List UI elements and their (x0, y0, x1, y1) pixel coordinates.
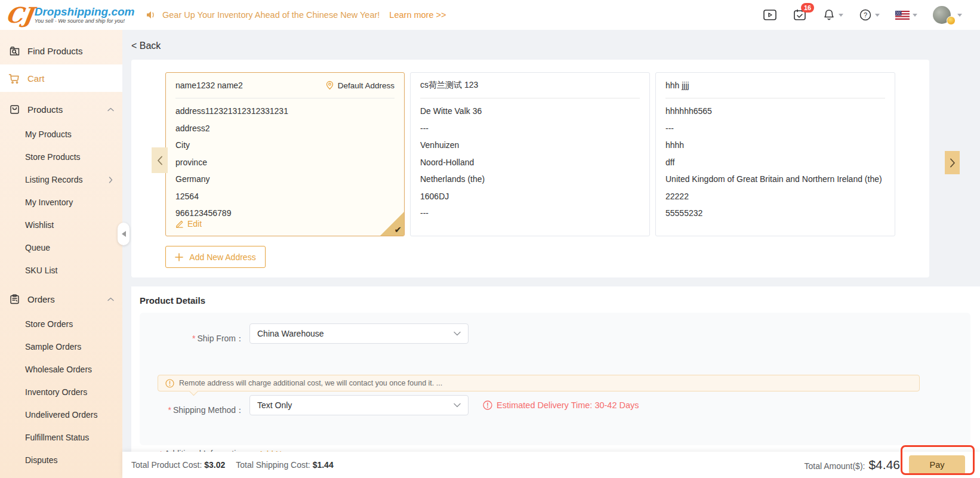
remote-address-warning: Remote address will charge additional co… (158, 375, 920, 391)
sidebar-item-inventory-orders[interactable]: Inventory Orders (0, 381, 122, 403)
sidebar-collapse-handle[interactable] (118, 223, 130, 245)
avatar (933, 6, 951, 24)
notifications-bell-button[interactable] (822, 8, 843, 21)
estimated-delivery-text: Estimated Delivery Time: 30-42 Days (497, 400, 639, 410)
sidebar-group-orders[interactable]: Orders (0, 285, 122, 313)
sidebar-group-label: Orders (27, 294, 55, 304)
default-address-badge: Default Address (325, 81, 395, 91)
top-header: CJ Dropshipping.com You sell - We source… (0, 0, 980, 30)
carousel-next-button[interactable] (945, 151, 960, 174)
cart-icon (8, 72, 20, 84)
sidebar-item-cart[interactable]: Cart (0, 64, 122, 92)
required-mark: * (192, 334, 195, 343)
required-mark: * (168, 405, 171, 415)
alert-icon (483, 400, 492, 410)
back-link[interactable]: < Back (131, 41, 161, 51)
address-line: 966123456789 (175, 208, 395, 218)
sidebar-item-undelivered-orders[interactable]: Undelivered Orders (0, 403, 122, 426)
address-card-default[interactable]: name1232 name2 Default Address address11… (165, 72, 405, 236)
address-line: United Kingdom of Great Britain and Nort… (665, 174, 885, 184)
location-pin-icon (325, 81, 334, 91)
address-line: --- (420, 208, 640, 218)
sidebar-item-sample-orders[interactable]: Sample Orders (0, 335, 122, 358)
orders-clipboard-icon (8, 293, 20, 305)
shipping-method-value: Text Only (257, 400, 292, 410)
sidebar-group-label: Products (27, 104, 63, 115)
chevron-up-icon (107, 107, 114, 112)
sidebar-nav: Find Products Cart Products My Products … (0, 30, 122, 478)
sidebar-item-my-products[interactable]: My Products (0, 123, 122, 146)
address-card[interactable]: cs荷兰测试 123 De Witte Valk 36 --- Venhuize… (410, 72, 650, 236)
sidebar-item-store-products[interactable]: Store Products (0, 146, 122, 168)
help-button[interactable]: ? (859, 8, 880, 21)
product-details-title: Product Details (140, 295, 205, 306)
check-icon: ✔ (394, 224, 402, 235)
brand-logo[interactable]: CJ Dropshipping.com You sell - We source… (0, 4, 127, 26)
address-line: Venhuizen (420, 140, 640, 150)
sidebar-item-my-inventory[interactable]: My Inventory (0, 191, 122, 214)
edit-address-button[interactable]: Edit (175, 219, 202, 229)
chevron-right-icon (109, 177, 113, 183)
tasks-button[interactable]: 16 (793, 8, 807, 21)
speaker-icon (146, 10, 156, 20)
sidebar-item-label: Undelivered Orders (25, 410, 97, 420)
logo-tagline: You sell - We source and ship for you! (35, 18, 135, 24)
estimated-delivery-note: Estimated Delivery Time: 30-42 Days (483, 395, 639, 415)
carousel-prev-button[interactable] (152, 147, 168, 173)
sidebar-item-label: Listing Records (25, 175, 83, 184)
shipping-method-select[interactable]: Text Only (249, 395, 469, 415)
chevron-down-icon (454, 331, 461, 336)
address-card[interactable]: hhh jjjj hhhhhh6565 --- hhhh dff United … (655, 72, 895, 236)
total-product-cost-value: $3.02 (204, 460, 225, 470)
product-details-panel: Product Details *Ship From： China Wareho… (131, 286, 980, 452)
find-products-icon (8, 45, 20, 57)
total-product-cost-label: Total Product Cost: (131, 460, 202, 470)
warning-text: Remote address will charge additional co… (179, 379, 442, 387)
video-tutorial-button[interactable] (763, 8, 777, 21)
sidebar-item-label: My Products (25, 129, 72, 139)
sidebar-item-store-orders[interactable]: Store Orders (0, 313, 122, 335)
tasks-badge: 16 (801, 3, 814, 13)
pay-button[interactable]: Pay (909, 455, 965, 474)
total-amount-label: Total Amount($): (805, 461, 865, 471)
sidebar-item-fulfillment-status[interactable]: Fulfillment Status (0, 426, 122, 449)
us-flag-icon (895, 11, 910, 20)
sidebar-item-listing-records[interactable]: Listing Records (0, 168, 122, 191)
chevron-down-icon (957, 14, 962, 17)
chevron-up-icon (107, 297, 114, 301)
address-line: De Witte Valk 36 (420, 106, 640, 116)
address-line: Germany (175, 174, 395, 184)
chevron-left-icon (157, 156, 163, 165)
sidebar-item-wishlist[interactable]: Wishlist (0, 214, 122, 236)
sidebar-item-sku-list[interactable]: SKU List (0, 259, 122, 282)
total-shipping-cost-value: $1.44 (313, 460, 334, 470)
chevron-down-icon (454, 403, 461, 408)
sidebar-item-queue[interactable]: Queue (0, 236, 122, 259)
address-line: City (175, 140, 395, 150)
add-new-address-label: Add New Address (189, 252, 255, 262)
pencil-icon (175, 220, 184, 228)
add-new-address-button[interactable]: Add New Address (165, 246, 266, 268)
language-selector[interactable] (895, 11, 917, 20)
sidebar-item-label: Disputes (25, 455, 57, 465)
sidebar-item-disputes[interactable]: Disputes (0, 449, 122, 471)
sidebar-item-label: Wholesale Orders (25, 365, 92, 374)
address-panel: name1232 name2 Default Address address11… (131, 60, 929, 277)
sidebar-item-label: Store Products (25, 152, 81, 162)
sidebar-item-wholesale-orders[interactable]: Wholesale Orders (0, 358, 122, 381)
announcement-text: Gear Up Your Inventory Ahead of the Chin… (162, 10, 380, 20)
membership-badge-icon (947, 16, 956, 25)
plus-icon (175, 253, 183, 261)
address-line: hhhh (665, 140, 885, 150)
ship-from-select[interactable]: China Warehouse (249, 323, 469, 344)
sidebar-item-find-products[interactable]: Find Products (0, 37, 122, 64)
account-menu[interactable] (933, 6, 962, 24)
address-line: 22222 (665, 192, 885, 201)
sidebar-item-label: Find Products (27, 46, 83, 56)
chevron-right-icon (950, 158, 956, 168)
announcement-learn-more-link[interactable]: Learn more >> (389, 10, 446, 20)
sidebar-group-products[interactable]: Products (0, 95, 122, 123)
address-line: address2 (175, 124, 395, 133)
address-line: Netherlands (the) (420, 174, 640, 184)
total-shipping-cost-label: Total Shipping Cost: (236, 460, 310, 470)
